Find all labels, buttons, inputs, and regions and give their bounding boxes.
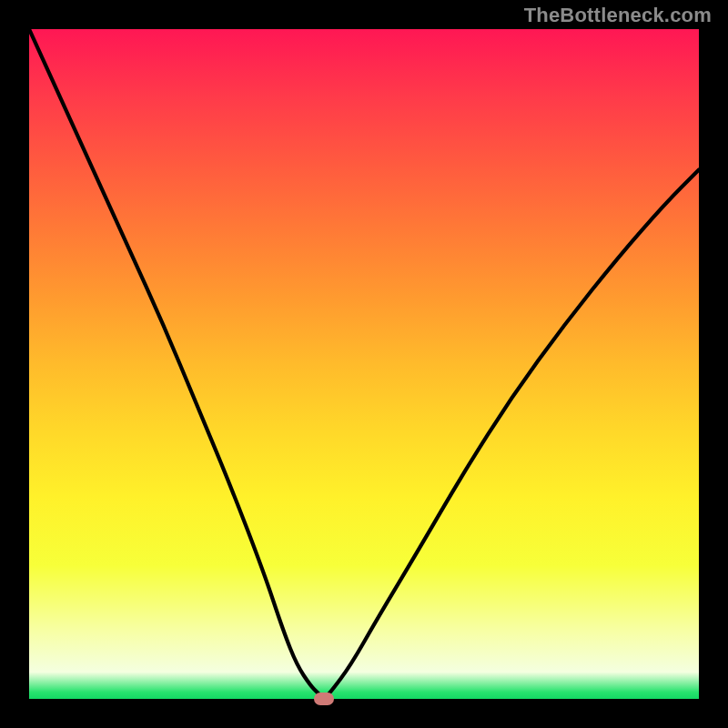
minimum-marker <box>314 693 334 705</box>
chart-frame: TheBottleneck.com <box>0 0 728 728</box>
curve-svg <box>29 29 699 699</box>
bottleneck-curve <box>29 29 699 697</box>
watermark-text: TheBottleneck.com <box>524 4 712 27</box>
plot-area <box>29 29 699 699</box>
